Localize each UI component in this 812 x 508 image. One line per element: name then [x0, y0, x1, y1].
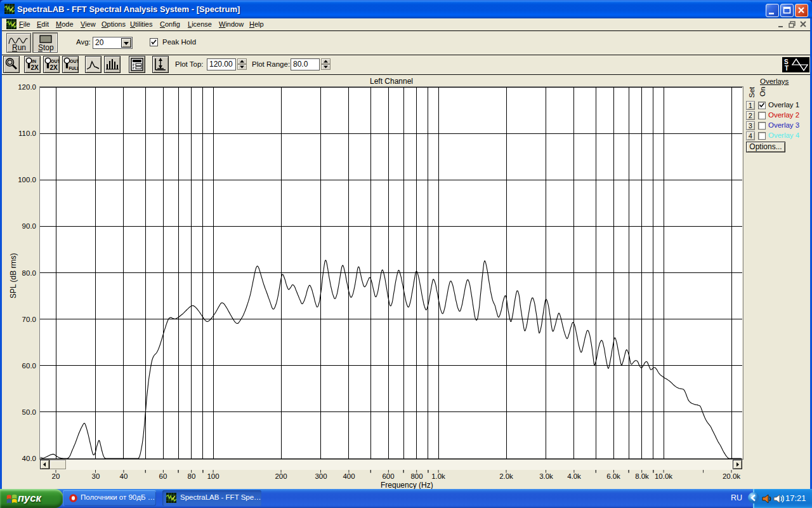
svg-text:OUT: OUT: [51, 59, 60, 64]
svg-text:2X: 2X: [50, 64, 58, 71]
svg-text:Run: Run: [12, 43, 26, 52]
svg-text:FULL: FULL: [69, 66, 79, 70]
svg-text:T: T: [785, 65, 789, 72]
svg-text:Stop: Stop: [38, 43, 54, 52]
svg-text:IN: IN: [32, 59, 36, 64]
svg-text:OUT: OUT: [70, 59, 79, 64]
svg-text:2X: 2X: [31, 64, 39, 71]
